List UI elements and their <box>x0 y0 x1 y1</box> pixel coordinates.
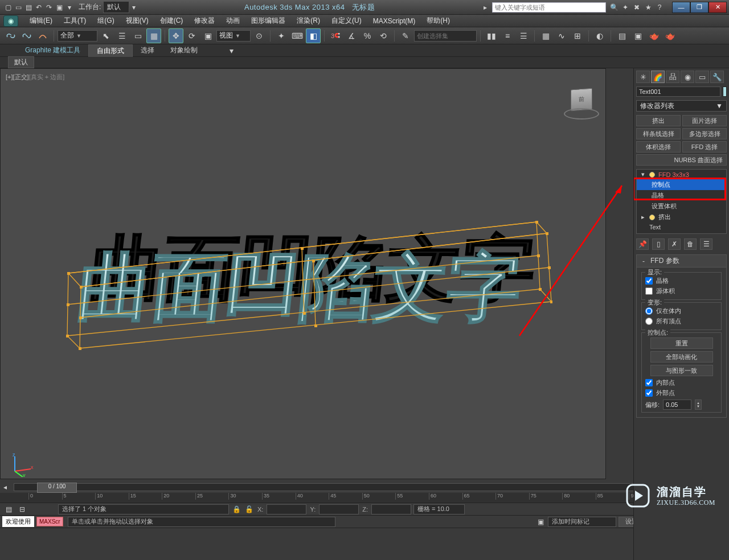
create-tab-icon[interactable]: ✳ <box>636 71 650 83</box>
viewcube-ring[interactable] <box>564 108 599 120</box>
stack-ffd[interactable]: ▾FFD 3x3x3 <box>637 170 726 179</box>
stack-sub-lattice[interactable]: 晶格 <box>637 190 726 201</box>
viewport-label[interactable]: [+][正交][真实 + 边面] <box>6 73 64 81</box>
utilities-tab-icon[interactable]: 🔧 <box>710 71 724 83</box>
menu-视图V[interactable]: 视图(V) <box>120 15 154 27</box>
object-color-swatch[interactable] <box>723 87 727 97</box>
only-in-volume-radio[interactable]: 仅在体内 <box>645 307 718 315</box>
menu-自定义U[interactable]: 自定义(U) <box>326 15 367 27</box>
mod-btn-nurbs[interactable]: NURBS 曲面选择 <box>636 154 727 166</box>
ribbon-tab-3[interactable]: 对象绘制 <box>162 44 206 56</box>
rollout-title[interactable]: FFD 参数 <box>650 256 679 266</box>
configure-sets-icon[interactable]: ☰ <box>700 238 712 250</box>
align-icon[interactable]: ≡ <box>500 28 515 43</box>
pivot-icon[interactable]: ⊙ <box>252 28 267 43</box>
redo-icon[interactable]: ↷ <box>44 3 54 12</box>
lattice-checkbox[interactable]: 晶格 <box>645 277 718 285</box>
modifier-list-combo[interactable]: 修改器列表▼ <box>636 100 727 112</box>
menu-帮助H[interactable]: 帮助(H) <box>421 15 456 27</box>
mod-btn-0[interactable]: 挤出 <box>636 115 681 126</box>
welcome-tab[interactable]: 欢迎使用 <box>2 516 34 527</box>
modifier-stack[interactable]: ▾FFD 3x3x3 控制点 晶格 设置体积 ▸挤出 Text <box>636 169 727 234</box>
timeline-left-icon[interactable]: ◂ <box>0 483 10 491</box>
outside-points-checkbox[interactable]: 外部点 <box>645 389 718 397</box>
named-sel-edit-icon[interactable]: ✎ <box>398 28 413 43</box>
select-move-icon[interactable]: ✥ <box>169 28 183 43</box>
inside-points-checkbox[interactable]: 内部点 <box>645 378 718 387</box>
mod-btn-2[interactable]: 样条线选择 <box>636 128 681 139</box>
z-field[interactable] <box>371 504 411 514</box>
mod-btn-1[interactable]: 面片选择 <box>682 115 727 126</box>
binoculars-icon[interactable]: 🔍 <box>609 3 619 12</box>
mod-btn-4[interactable]: 体积选择 <box>636 141 681 153</box>
select-by-name-icon[interactable]: ☰ <box>114 28 129 43</box>
menu-图形编辑器[interactable]: 图形编辑器 <box>245 15 291 27</box>
menu-编辑E[interactable]: 编辑(E) <box>24 15 58 27</box>
curve-editor-icon[interactable]: ∿ <box>554 28 569 43</box>
window-crossing-icon[interactable]: ▦ <box>146 28 161 43</box>
motion-tab-icon[interactable]: ◉ <box>681 71 694 83</box>
menu-工具T[interactable]: 工具(T) <box>58 15 92 27</box>
select-rotate-icon[interactable]: ⟳ <box>185 28 199 43</box>
ribbon-tab-2[interactable]: 选择 <box>133 44 162 56</box>
show-end-icon[interactable]: ▯ <box>652 238 665 250</box>
named-selection-input[interactable] <box>414 30 477 42</box>
menu-组G[interactable]: 组(G) <box>92 15 120 27</box>
offset-spinner[interactable] <box>663 400 691 410</box>
menu-修改器[interactable]: 修改器 <box>189 15 220 27</box>
new-file-icon[interactable]: ▢ <box>3 3 13 12</box>
y-field[interactable] <box>319 504 359 514</box>
status-script-icon[interactable]: ▤ <box>2 504 15 515</box>
save-file-icon[interactable]: ▤ <box>24 3 33 12</box>
source-volume-checkbox[interactable]: 源体积 <box>645 287 718 295</box>
conform-shape-button[interactable]: 与图形一致 <box>650 365 713 376</box>
menu-MAXScriptM[interactable]: MAXScript(M) <box>367 16 421 26</box>
mod-btn-3[interactable]: 多边形选择 <box>682 128 727 139</box>
mod-btn-5[interactable]: FFD 选择 <box>682 141 727 153</box>
graphite-icon[interactable]: ▦ <box>538 28 553 43</box>
viewcube[interactable]: 前 <box>564 85 600 122</box>
help-icon[interactable]: ? <box>655 3 664 12</box>
all-vertices-radio[interactable]: 所有顶点 <box>645 317 718 326</box>
display-tab-icon[interactable]: ▭ <box>695 71 709 83</box>
percent-snap-icon[interactable]: % <box>360 28 375 43</box>
undo-icon[interactable]: ↶ <box>34 3 43 12</box>
mirror-icon[interactable]: ▮▮ <box>484 28 499 43</box>
minimize-button[interactable]: — <box>672 2 690 13</box>
spinner-snap-icon[interactable]: ⟲ <box>376 28 391 43</box>
stack-extrude[interactable]: ▸挤出 <box>637 212 726 223</box>
ribbon-sub-btn[interactable]: 默认 <box>8 56 34 68</box>
maxscript-tab[interactable]: MAXScr <box>36 517 63 526</box>
spinner-arrows-icon[interactable]: ▲▼ <box>695 400 702 410</box>
select-scale-icon[interactable]: ▣ <box>200 28 215 43</box>
material-editor-icon[interactable]: ◐ <box>592 28 607 43</box>
search-input[interactable] <box>492 2 606 13</box>
select-rect-icon[interactable]: ▭ <box>130 28 145 43</box>
lock-selection-icon[interactable]: 🔓 <box>243 504 255 515</box>
select-object-icon[interactable]: ⬉ <box>99 28 113 43</box>
subscription-icon[interactable]: ✦ <box>621 3 630 12</box>
exchange-icon[interactable]: ✖ <box>632 3 641 12</box>
chevron-down-icon[interactable]: ▾ <box>129 3 138 12</box>
stack-sub-setvolume[interactable]: 设置体积 <box>637 201 726 212</box>
app-logo-icon[interactable]: ◉ <box>3 15 18 27</box>
manipulate-icon[interactable]: ✦ <box>274 28 289 43</box>
open-file-icon[interactable]: ▭ <box>14 3 23 12</box>
modify-tab-icon[interactable]: 🌈 <box>651 71 665 83</box>
bind-space-warp-icon[interactable] <box>35 28 50 43</box>
chevron-down-icon[interactable]: ▾ <box>65 3 74 12</box>
stack-base-text[interactable]: Text <box>637 223 726 232</box>
time-handle[interactable]: 0 / 100 <box>37 483 77 493</box>
remove-mod-icon[interactable]: 🗑 <box>684 238 697 250</box>
ref-coord-combo[interactable]: 视图▼ <box>216 30 251 42</box>
ribbon-tab-1[interactable]: 自由形式 <box>88 44 133 57</box>
animate-all-button[interactable]: 全部动画化 <box>650 351 713 363</box>
add-time-tag[interactable]: 添加时间标记 <box>548 517 616 527</box>
isolate-icon[interactable]: 🔒 <box>230 504 243 515</box>
hierarchy-tab-icon[interactable]: 品 <box>666 71 679 83</box>
object-name-input[interactable] <box>636 87 720 97</box>
time-tag-icon[interactable]: ▣ <box>534 516 547 528</box>
schematic-icon[interactable]: ⊞ <box>570 28 585 43</box>
snap-3-icon[interactable]: 3🧲 <box>328 28 343 43</box>
menu-创建C[interactable]: 创建(C) <box>154 15 189 27</box>
